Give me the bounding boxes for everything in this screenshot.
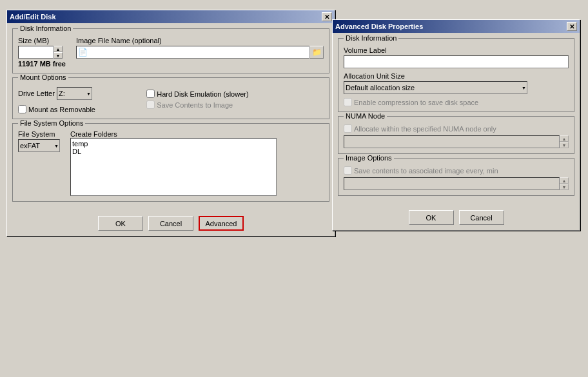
- image-options-label: Image Options: [344, 154, 394, 162]
- filesystem-select-wrapper: exFAT NTFS FAT32 FAT: [18, 139, 60, 152]
- numa-allocate-label: Allocate within the specified NUMA node …: [354, 125, 496, 133]
- advanced-disk-content: Disk Information Volume Label Allocation…: [333, 33, 580, 205]
- volume-label-text: Volume Label: [344, 46, 387, 54]
- numa-allocate-checkbox[interactable]: [344, 124, 352, 133]
- drive-letter-select[interactable]: Z:: [57, 87, 92, 100]
- save-image-checkbox[interactable]: [344, 166, 352, 175]
- volume-label-section: Volume Label: [344, 46, 569, 68]
- add-edit-disk-titlebar: Add/Edit Disk ✕: [7, 10, 335, 23]
- image-file-display: 📄: [76, 46, 309, 59]
- create-folders-input[interactable]: temp DL: [70, 138, 277, 196]
- mount-options-group: Mount Options Drive Letter Z: Mount as R…: [12, 77, 329, 119]
- numa-node-group: NUMA Node Allocate within the specified …: [338, 116, 574, 154]
- image-spinner: ▲ ▼: [560, 177, 569, 190]
- allocation-unit-section: Allocation Unit Size Default allocation …: [344, 72, 569, 94]
- mount-removable-checkbox[interactable]: [18, 105, 26, 113]
- ok-button[interactable]: OK: [98, 216, 143, 231]
- add-edit-disk-content: Disk Information Size (MB) 4,096 ▲ ▼ 119…: [7, 23, 335, 211]
- numa-spin-up[interactable]: ▲: [560, 135, 569, 142]
- disk-info-label: Disk Information: [18, 24, 73, 32]
- image-file-section: Image File Name (optional) 📄 📁: [76, 37, 324, 59]
- free-space-text: 11917 MB free: [18, 60, 66, 68]
- adv-cancel-button[interactable]: Cancel: [459, 210, 504, 225]
- cancel-button[interactable]: Cancel: [148, 216, 193, 231]
- numa-spin-down[interactable]: ▼: [560, 142, 569, 148]
- save-contents-label: Save Contents to Image: [157, 101, 233, 109]
- mount-right: Hard Disk Emulation (slower) Save Conten…: [146, 86, 324, 113]
- numa-node-label: NUMA Node: [344, 112, 387, 120]
- file-icon: 📄: [78, 48, 88, 57]
- image-spin-down[interactable]: ▼: [560, 184, 569, 190]
- advanced-disk-buttons: OK Cancel: [333, 205, 580, 230]
- save-image-label: Save contents to associated image every,…: [354, 167, 498, 175]
- allocation-unit-label: Allocation Unit Size: [344, 72, 405, 80]
- image-file-label: Image File Name (optional): [76, 37, 162, 44]
- mount-left: Drive Letter Z: Mount as Removable: [18, 86, 136, 113]
- advanced-disk-close-button[interactable]: ✕: [567, 22, 577, 31]
- drive-letter-label: Drive Letter: [18, 90, 55, 97]
- enable-compression-label: Enable compression to save disk space: [354, 99, 478, 106]
- filesystem-options-label: File System Options: [18, 119, 85, 127]
- size-section: Size (MB) 4,096 ▲ ▼ 11917 MB free: [18, 37, 66, 68]
- size-spin-down[interactable]: ▼: [54, 52, 63, 59]
- size-spinner: ▲ ▼: [54, 46, 63, 59]
- add-edit-disk-dialog: Add/Edit Disk ✕ Disk Information Size (M…: [6, 10, 335, 237]
- filesystem-options-group: File System Options File System exFAT NT…: [12, 123, 329, 202]
- advanced-button[interactable]: Advanced: [199, 216, 244, 231]
- numa-spinner: ▲ ▼: [560, 135, 569, 148]
- add-edit-disk-title: Add/Edit Disk: [10, 13, 56, 21]
- size-spin-up[interactable]: ▲: [54, 46, 63, 52]
- filesystem-col: File System exFAT NTFS FAT32 FAT: [18, 130, 60, 196]
- mount-removable-label: Mount as Removable: [28, 106, 95, 113]
- create-folders-label: Create Folders: [70, 130, 277, 138]
- mount-options-label: Mount Options: [18, 73, 68, 81]
- adv-disk-info-group: Disk Information Volume Label Allocation…: [338, 38, 574, 112]
- enable-compression-checkbox[interactable]: [344, 98, 352, 106]
- hard-disk-emulation-label: Hard Disk Emulation (slower): [157, 90, 248, 98]
- add-edit-disk-buttons: OK Cancel Advanced: [7, 211, 335, 236]
- advanced-disk-dialog: Advanced Disk Properties ✕ Disk Informat…: [332, 19, 580, 231]
- advanced-disk-titlebar: Advanced Disk Properties ✕: [333, 20, 580, 33]
- advanced-disk-title: Advanced Disk Properties: [335, 23, 423, 30]
- image-interval-input[interactable]: 1: [344, 177, 560, 190]
- numa-node-input[interactable]: 0: [344, 135, 560, 148]
- allocation-select-wrapper: Default allocation size 512 1024 2048 40…: [344, 81, 527, 94]
- volume-label-input[interactable]: [344, 55, 569, 68]
- add-edit-disk-close-button[interactable]: ✕: [322, 12, 332, 21]
- image-options-group: Image Options Save contents to associate…: [338, 158, 574, 196]
- filesystem-select[interactable]: exFAT NTFS FAT32 FAT: [18, 139, 60, 152]
- drive-letter-wrapper: Z:: [57, 87, 92, 100]
- image-spin-up[interactable]: ▲: [560, 177, 569, 184]
- filesystem-label: File System: [18, 130, 60, 138]
- allocation-select[interactable]: Default allocation size 512 1024 2048 40…: [344, 81, 527, 94]
- create-folders-col: Create Folders temp DL: [70, 130, 277, 196]
- hard-disk-emulation-checkbox[interactable]: [146, 90, 155, 98]
- browse-folder-button[interactable]: 📁: [309, 46, 324, 59]
- disk-info-group: Disk Information Size (MB) 4,096 ▲ ▼ 119…: [12, 28, 329, 73]
- size-input[interactable]: 4,096: [18, 46, 54, 59]
- adv-disk-info-label: Disk Information: [344, 34, 398, 42]
- save-contents-checkbox[interactable]: [146, 101, 155, 109]
- adv-ok-button[interactable]: OK: [409, 210, 454, 225]
- size-label: Size (MB): [18, 37, 49, 44]
